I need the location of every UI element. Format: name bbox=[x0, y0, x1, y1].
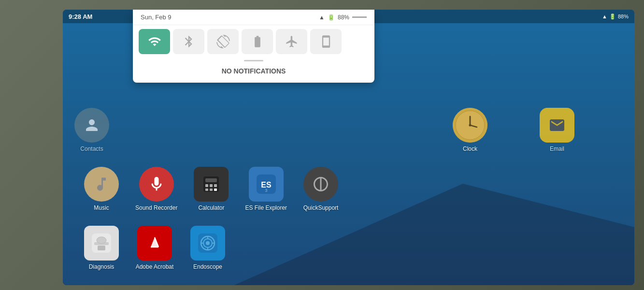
quicksupport-icon bbox=[303, 167, 338, 202]
es-file-explorer-icon: ES 3 bbox=[249, 167, 284, 202]
qs-brightness-slider[interactable] bbox=[352, 16, 367, 18]
wifi-toggle[interactable] bbox=[139, 29, 170, 54]
status-icons: ▲ 🔋 88% bbox=[602, 14, 629, 20]
diagnosis-label: Diagnosis bbox=[89, 263, 114, 270]
svg-point-24 bbox=[206, 241, 210, 245]
adobe-acrobat-icon bbox=[137, 226, 172, 261]
qs-battery-icon: 🔋 bbox=[328, 14, 335, 21]
svg-rect-12 bbox=[214, 188, 217, 191]
app-item-es-file-explorer[interactable]: ES 3 ES File Explorer bbox=[245, 167, 287, 211]
svg-rect-18 bbox=[98, 246, 105, 250]
qs-date: Sun, Feb 9 bbox=[141, 14, 172, 21]
app-row-2: Music Sound Recorder bbox=[82, 167, 615, 211]
calculator-label: Calculator bbox=[198, 204, 224, 211]
svg-rect-7 bbox=[205, 184, 208, 187]
qs-divider bbox=[244, 60, 263, 61]
screen: 9:28 AM ▲ 🔋 88% Sun, Feb 9 ▲ 🔋 88% bbox=[0, 0, 644, 290]
quick-settings-panel: Sun, Feb 9 ▲ 🔋 88% bbox=[133, 10, 374, 83]
app-item-quicksupport[interactable]: QuickSupport bbox=[301, 167, 340, 211]
clock-icon bbox=[453, 108, 487, 143]
qs-toggles bbox=[133, 25, 374, 58]
svg-point-19 bbox=[97, 237, 106, 244]
app-item-contacts[interactable]: Contacts bbox=[72, 108, 111, 152]
qs-wifi-icon: ▲ bbox=[319, 14, 325, 21]
rotation-toggle[interactable] bbox=[207, 29, 239, 54]
diagnosis-icon bbox=[84, 226, 119, 261]
svg-rect-6 bbox=[205, 178, 217, 182]
calculator-icon bbox=[194, 167, 229, 202]
adobe-acrobat-label: Adobe Acrobat bbox=[136, 263, 174, 270]
email-label: Email bbox=[550, 145, 564, 152]
clock-label: Clock bbox=[463, 145, 477, 152]
wifi-status-icon: ▲ bbox=[602, 14, 607, 19]
qs-battery-text: 88% bbox=[338, 14, 349, 21]
android-screen: 9:28 AM ▲ 🔋 88% Sun, Feb 9 ▲ 🔋 88% bbox=[63, 10, 634, 285]
svg-rect-10 bbox=[205, 188, 208, 191]
endoscope-label: Endoscope bbox=[193, 263, 222, 270]
app-item-email[interactable]: Email bbox=[538, 108, 576, 152]
sound-recorder-label: Sound Recorder bbox=[135, 204, 177, 211]
sound-recorder-icon bbox=[139, 167, 174, 202]
airplane-toggle[interactable] bbox=[276, 29, 307, 54]
no-notifications-label: NO NOTIFICATIONS bbox=[133, 63, 374, 79]
qs-header: Sun, Feb 9 ▲ 🔋 88% bbox=[133, 10, 374, 25]
bluetooth-toggle[interactable] bbox=[173, 29, 204, 54]
app-item-diagnosis[interactable]: Diagnosis bbox=[82, 226, 121, 270]
screen-toggle[interactable] bbox=[310, 29, 342, 54]
svg-point-4 bbox=[469, 124, 472, 127]
app-item-adobe-acrobat[interactable]: Adobe Acrobat bbox=[135, 226, 174, 270]
battery-status-icon: 🔋 bbox=[609, 14, 616, 20]
quicksupport-label: QuickSupport bbox=[303, 204, 339, 211]
svg-text:3: 3 bbox=[265, 188, 267, 193]
svg-rect-8 bbox=[210, 184, 213, 187]
endoscope-icon bbox=[190, 226, 225, 261]
svg-rect-9 bbox=[214, 184, 217, 187]
battery-percentage: 88% bbox=[618, 14, 629, 19]
contacts-icon bbox=[74, 108, 109, 143]
app-item-endoscope[interactable]: Endoscope bbox=[188, 226, 227, 270]
qs-status-right: ▲ 🔋 88% bbox=[319, 14, 367, 21]
app-item-calculator[interactable]: Calculator bbox=[192, 167, 230, 211]
app-row-1: Contacts bbox=[82, 108, 615, 152]
app-row-3: Diagnosis Adobe Acrobat bbox=[82, 226, 615, 270]
battery-saver-toggle[interactable] bbox=[242, 29, 273, 54]
es-file-explorer-label: ES File Explorer bbox=[245, 204, 287, 211]
tablet-bezel: 9:28 AM ▲ 🔋 88% Sun, Feb 9 ▲ 🔋 88% bbox=[63, 10, 634, 285]
contacts-label: Contacts bbox=[80, 145, 103, 152]
app-item-music[interactable]: Music bbox=[82, 167, 121, 211]
app-item-sound-recorder[interactable]: Sound Recorder bbox=[135, 167, 177, 211]
app-item-clock[interactable]: Clock bbox=[451, 108, 489, 152]
status-time: 9:28 AM bbox=[69, 13, 92, 20]
music-label: Music bbox=[94, 204, 109, 211]
email-icon bbox=[540, 108, 574, 143]
svg-rect-11 bbox=[210, 188, 213, 191]
music-icon bbox=[84, 167, 119, 202]
